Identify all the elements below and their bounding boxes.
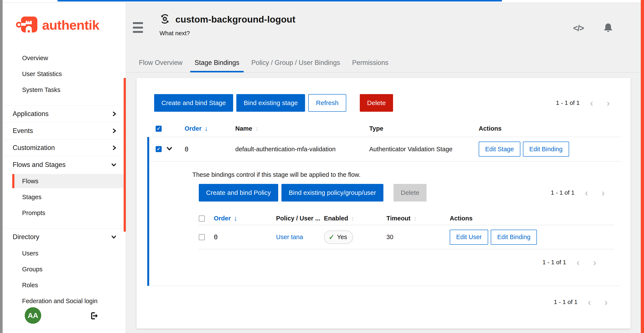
delete-stage-button[interactable]: Delete (360, 94, 393, 112)
policy-table-header: Order ↓ Policy / User ... Enabled ↕ Time… (199, 212, 614, 225)
column-actions: Actions (479, 125, 621, 132)
pagination-label: 1 - 1 of 1 (554, 299, 578, 305)
pagination-next-icon[interactable]: › (598, 188, 608, 198)
policy-toolbar: Create and bind Policy Bind existing pol… (199, 184, 608, 201)
logout-icon[interactable] (90, 311, 99, 320)
sidebar-item-federation[interactable]: Federation and Social login (2, 293, 126, 309)
sidebar-group-directory[interactable]: Directory (2, 228, 126, 245)
chevron-right-icon (112, 111, 117, 117)
sidebar-group-events[interactable]: Events (2, 122, 126, 139)
column-name[interactable]: Name ↕ (235, 125, 369, 132)
policy-table-row: 0 User tana ✓ Yes 30 (199, 225, 614, 249)
cell-timeout: 30 (386, 233, 450, 241)
sidebar-scrollbar[interactable] (124, 78, 126, 232)
cell-order: 0 (184, 145, 235, 153)
select-all-checkbox[interactable]: ✓ (156, 126, 162, 132)
app-screen: authentik Overview User Statistics Syste… (0, 0, 644, 333)
column-timeout[interactable]: Timeout ↕ (386, 215, 450, 222)
pagination-prev-icon[interactable]: ‹ (585, 297, 594, 307)
stage-table-row: ✓ 0 default-authentication-mfa-validatio… (149, 137, 621, 161)
sidebar-item-groups[interactable]: Groups (2, 261, 126, 277)
page-header: custom-background-logout What next? (160, 14, 296, 37)
sidebar-item-flows[interactable]: Flows (12, 174, 126, 188)
chevron-down-icon (111, 235, 117, 239)
sidebar-item-user-statistics[interactable]: User Statistics (2, 66, 126, 82)
page-subtitle: What next? (160, 30, 296, 37)
stage-pagination-top: 1 - 1 of 1 ‹ › (556, 98, 613, 108)
stage-bindings-card: Create and bind Stage Bind existing stag… (136, 78, 630, 328)
hamburger-menu-icon[interactable] (133, 22, 143, 33)
bind-existing-policy-button[interactable]: Bind existing policy/group/user (282, 184, 384, 201)
check-icon: ✓ (329, 233, 334, 241)
column-policy-user: Policy / User ... (276, 215, 324, 222)
refresh-button[interactable]: Refresh (308, 94, 346, 112)
policy-table: Order ↓ Policy / User ... Enabled ↕ Time… (199, 212, 614, 249)
loading-progress-bar (58, 0, 502, 2)
pagination-label: 1 - 1 of 1 (551, 189, 575, 196)
pagination-next-icon[interactable]: › (590, 257, 599, 267)
sidebar-item-system-tasks[interactable]: System Tasks (2, 82, 126, 98)
chevron-down-icon (111, 162, 117, 167)
column-order[interactable]: Order ↓ (184, 125, 235, 133)
user-link[interactable]: User tana (276, 233, 303, 240)
pagination-next-icon[interactable]: › (602, 297, 611, 307)
cell-type: Authenticator Validation Stage (369, 146, 479, 153)
create-and-bind-policy-button[interactable]: Create and bind Policy (199, 184, 278, 201)
row-checkbox[interactable]: ✓ (156, 146, 162, 152)
edit-binding-button[interactable]: Edit Binding (491, 230, 537, 245)
header-actions: </> (573, 23, 613, 34)
sidebar-group-flows-and-stages[interactable]: Flows and Stages (2, 156, 126, 173)
sidebar-item-overview[interactable]: Overview (2, 50, 126, 66)
tab-permissions[interactable]: Permissions (346, 54, 394, 72)
stage-table: ✓ Order ↓ Name ↕ Type Actions ✓ (147, 120, 621, 286)
edit-stage-button[interactable]: Edit Stage (479, 142, 520, 157)
policy-pagination-bottom: 1 - 1 of 1 ‹ › (192, 257, 614, 267)
tab-bar: Flow Overview Stage Bindings Policy / Gr… (126, 53, 641, 72)
tab-stage-bindings[interactable]: Stage Bindings (188, 54, 245, 72)
edit-binding-button[interactable]: Edit Binding (523, 142, 569, 157)
pagination-prev-icon[interactable]: ‹ (582, 188, 591, 198)
pagination-label: 1 - 1 of 1 (556, 100, 580, 106)
avatar[interactable]: AA (25, 307, 41, 324)
column-order[interactable]: Order ↓ (214, 214, 276, 222)
sort-icon: ↕ (255, 125, 258, 132)
brand-wordmark: authentik (42, 18, 100, 33)
tab-flow-overview[interactable]: Flow Overview (133, 54, 188, 72)
sidebar-group-customization[interactable]: Customization (2, 139, 126, 156)
sidebar-item-roles[interactable]: Roles (2, 277, 126, 293)
pagination-prev-icon[interactable]: ‹ (573, 257, 582, 267)
sidebar-item-stages[interactable]: Stages (2, 189, 126, 205)
expanded-row-wrap: ✓ 0 default-authentication-mfa-validatio… (147, 137, 621, 286)
pagination-next-icon[interactable]: › (604, 98, 613, 108)
pagination-label: 1 - 1 of 1 (542, 259, 566, 266)
authentik-logo[interactable]: authentik (16, 15, 100, 35)
cell-enabled: ✓ Yes (324, 230, 386, 244)
row-expand-chevron-icon[interactable] (166, 146, 184, 153)
chevron-right-icon (112, 128, 117, 134)
notifications-bell-icon[interactable] (604, 23, 613, 34)
sort-icon: ↕ (351, 215, 354, 222)
left-scrollbar[interactable] (0, 0, 2, 333)
delete-policy-button[interactable]: Delete (394, 184, 427, 201)
authentik-logo-icon (16, 15, 39, 35)
pagination-prev-icon[interactable]: ‹ (587, 98, 596, 108)
cell-name: default-authentication-mfa-validation (235, 146, 369, 153)
column-enabled[interactable]: Enabled ↕ (324, 215, 386, 222)
api-code-icon[interactable]: </> (573, 24, 584, 33)
cell-actions: Edit Stage Edit Binding (479, 142, 621, 157)
create-and-bind-stage-button[interactable]: Create and bind Stage (154, 94, 233, 112)
sort-desc-icon: ↓ (234, 214, 237, 222)
page-scrollbar[interactable] (641, 0, 644, 333)
row-checkbox[interactable] (199, 234, 205, 240)
sort-desc-icon: ↓ (204, 125, 208, 133)
cell-order: 0 (214, 233, 276, 241)
sidebar-item-prompts[interactable]: Prompts (2, 205, 126, 221)
flow-icon (160, 14, 170, 25)
bind-existing-stage-button[interactable]: Bind existing stage (236, 94, 305, 112)
sidebar-item-users[interactable]: Users (2, 245, 126, 261)
sidebar-group-applications[interactable]: Applications (2, 105, 126, 122)
tab-policy-group-user-bindings[interactable]: Policy / Group / User Bindings (245, 54, 346, 72)
sort-icon: ↕ (414, 215, 417, 222)
edit-user-button[interactable]: Edit User (450, 230, 488, 245)
select-all-checkbox[interactable] (199, 215, 205, 221)
